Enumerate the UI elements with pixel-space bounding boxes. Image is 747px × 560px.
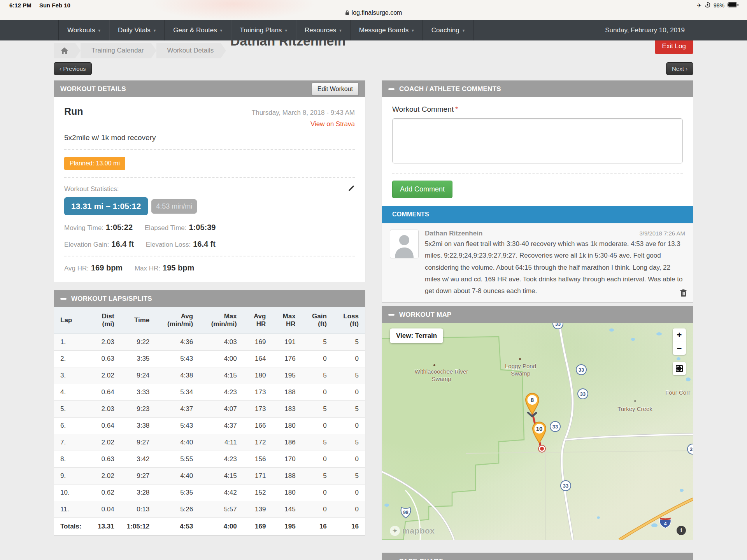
map-marker-10: 10 — [531, 421, 548, 445]
map-view-terrain-button[interactable]: View: Terrain — [390, 328, 443, 343]
distance-time-badge: 13.31 mi ~ 1:05:12 — [64, 197, 148, 215]
divider — [64, 256, 355, 256]
table-row: 6.0.643:385:434:3716618000 — [54, 418, 365, 434]
totals-cell: Totals: — [54, 518, 88, 535]
breadcrumb-training-calendar[interactable]: Training Calendar — [81, 43, 151, 58]
comment-content: Dathan Ritzenhein 3/9/2018 7:26 AM 5x2mi… — [425, 230, 685, 297]
workout-map-header[interactable]: WORKOUT MAP — [382, 306, 693, 323]
nav-item-daily-vitals[interactable]: Daily Vitals▾ — [109, 20, 165, 40]
elevation-gain-value: 16.4 ft — [111, 240, 134, 248]
breadcrumb-home[interactable] — [54, 43, 75, 58]
lap-cell: 4:00 — [199, 351, 243, 367]
status-right: ✈ 98% — [697, 2, 738, 9]
comments-panel-header[interactable]: COACH / ATHLETE COMMENTS — [382, 81, 693, 97]
lap-cell: 172 — [243, 434, 272, 451]
table-row: 11.0.040:135:265:5713914500 — [54, 501, 365, 518]
stats-label: Workout Statistics: — [64, 185, 119, 193]
laps-table-body: 1.2.039:224:364:03169191552.0.633:355:43… — [54, 334, 365, 518]
url-text: log.finalsurge.com — [352, 9, 402, 16]
browser-url-bar[interactable]: log.finalsurge.com — [0, 9, 747, 16]
fullscreen-button[interactable] — [673, 362, 686, 375]
divider — [64, 149, 355, 150]
laps-column-header: Dist (mi) — [88, 307, 120, 334]
lap-cell: 0 — [333, 501, 365, 518]
lap-cell: 7. — [54, 434, 88, 451]
comments-panel-title: COACH / ATHLETE COMMENTS — [399, 85, 501, 93]
table-row: 10.0.623:285:354:4215218000 — [54, 485, 365, 501]
right-column: Next › COACH / ATHLETE COMMENTS Workout … — [382, 62, 693, 560]
laps-column-header: Avg HR — [243, 307, 272, 334]
delete-comment-icon[interactable] — [680, 289, 687, 298]
mapbox-wordmark: mapbox — [402, 526, 435, 535]
collapse-minus-icon — [388, 314, 395, 316]
table-row: 3.2.029:244:384:1518019555 — [54, 367, 365, 384]
lap-cell: 5 — [302, 434, 333, 451]
lap-cell: 4:40 — [156, 434, 199, 451]
nav-item-message-boards[interactable]: Message Boards▾ — [351, 20, 423, 40]
elapsed-time-label: Elapsed Time: — [145, 224, 187, 232]
laps-table: LapDist (mi)TimeAvg (min/mi)Max (min/mi)… — [54, 307, 365, 535]
lap-cell: 9:22 — [121, 334, 156, 351]
nav-item-workouts[interactable]: Workouts▾ — [58, 20, 109, 40]
totals-cell: 16 — [333, 518, 365, 535]
lap-cell: 0 — [302, 418, 333, 434]
lap-cell: 195 — [272, 367, 302, 384]
table-row: 9.2.029:274:404:1517118855 — [54, 468, 365, 485]
map-canvas[interactable]: Withlacoochee River Swamp Loggy Pond Swa… — [382, 323, 693, 540]
ios-status-bar: 6:12 PM Sun Feb 10 ✈ 98% log.finalsurge.… — [0, 0, 747, 20]
pace-badge: 4:53 min/mi — [151, 199, 197, 214]
map-label-four-corners: Four Corr — [665, 389, 693, 397]
laps-column-header: Max HR — [272, 307, 302, 334]
table-row: 8.0.633:425:554:2315617000 — [54, 451, 365, 468]
laps-column-header: Gain (ft) — [302, 307, 333, 334]
lap-cell: 2.02 — [88, 434, 120, 451]
lap-cell: 5 — [302, 334, 333, 351]
lap-cell: 3:35 — [121, 351, 156, 367]
totals-cell: 1:05:12 — [121, 518, 156, 535]
lap-cell: 5 — [333, 334, 365, 351]
lap-cell: 3:33 — [121, 384, 156, 401]
lap-cell: 5 — [302, 468, 333, 485]
totals-cell: 4:53 — [156, 518, 199, 535]
nav-item-coaching[interactable]: Coaching▾ — [423, 20, 473, 40]
lap-cell: 4:07 — [199, 401, 243, 418]
view-on-strava-link[interactable]: View on Strava — [310, 120, 355, 128]
lap-cell: 4:37 — [156, 401, 199, 418]
moving-time-label: Moving Time: — [64, 224, 103, 232]
mapbox-icon: ✦ — [390, 526, 400, 536]
nav-item-label: Daily Vitals — [118, 26, 151, 34]
laps-splits-header[interactable]: WORKOUT LAPS/SPLITS — [54, 290, 365, 307]
nav-item-training-plans[interactable]: Training Plans▾ — [231, 20, 296, 40]
lap-cell: 0.64 — [88, 384, 120, 401]
status-left: 6:12 PM Sun Feb 10 — [9, 2, 70, 9]
laps-column-header: Loss (ft) — [333, 307, 365, 334]
planned-badge: Planned: 13.00 mi — [64, 157, 125, 170]
nav-item-gear-routes[interactable]: Gear & Routes▾ — [165, 20, 231, 40]
laps-totals-row: Totals:13.311:05:124:534:001691951616 — [54, 518, 365, 535]
lap-cell: 166 — [243, 418, 272, 434]
totals-cell: 195 — [272, 518, 302, 535]
lap-cell: 0 — [302, 485, 333, 501]
edit-pencil-icon[interactable] — [348, 185, 355, 193]
battery-percent: 98% — [714, 2, 724, 9]
edit-workout-button[interactable]: Edit Workout — [312, 83, 359, 96]
comment-textarea[interactable] — [392, 118, 683, 163]
previous-button[interactable]: ‹ Previous — [54, 62, 92, 75]
moving-time-value: 1:05:22 — [106, 223, 133, 232]
nav-current-date: Sunday, February 10, 2019 — [605, 20, 685, 40]
exit-log-button[interactable]: Exit Log — [655, 39, 693, 54]
nav-item-resources[interactable]: Resources▾ — [296, 20, 351, 40]
airplane-mode-icon: ✈ — [697, 2, 701, 9]
zoom-in-button[interactable]: + — [673, 328, 686, 342]
lap-cell: 4:38 — [156, 367, 199, 384]
next-button[interactable]: Next › — [666, 62, 693, 75]
status-time: 6:12 PM — [9, 2, 32, 9]
pager-row-left: ‹ Previous — [54, 62, 365, 75]
lap-cell: 156 — [243, 451, 272, 468]
add-comment-button[interactable]: Add Comment — [392, 181, 452, 198]
zoom-out-button[interactable]: − — [673, 342, 686, 355]
breadcrumb-workout-details[interactable]: Workout Details — [156, 43, 221, 58]
avg-hr-label: Avg HR: — [64, 265, 89, 272]
laps-splits-panel: WORKOUT LAPS/SPLITS LapDist (mi)TimeAvg … — [54, 290, 365, 535]
pace-chart-header[interactable]: PACE CHART — [382, 553, 693, 560]
